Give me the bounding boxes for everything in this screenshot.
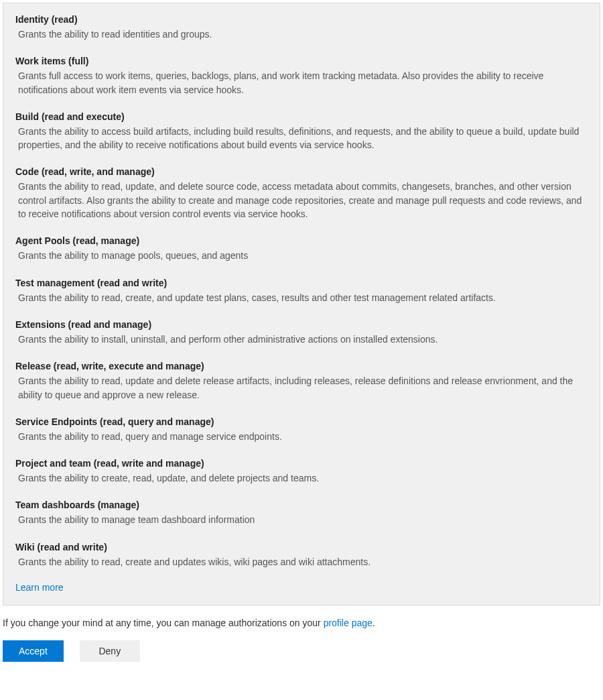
deny-button[interactable]: Deny — [80, 640, 140, 662]
scope-description: Grants the ability to read, create, and … — [15, 291, 588, 304]
scope-title: Test management (read and write) — [15, 278, 588, 288]
scope-description: Grants the ability to read, update and d… — [15, 374, 588, 402]
footer-text-prefix: If you change your mind at any time, you… — [3, 618, 324, 628]
scope-item: Project and team (read, write and manage… — [15, 458, 588, 485]
scope-item: Work items (full)Grants full access to w… — [15, 56, 588, 97]
scope-description: Grants the ability to manage team dashbo… — [15, 513, 588, 526]
scope-description: Grants the ability to create, read, upda… — [15, 471, 588, 485]
scope-item: Service Endpoints (read, query and manag… — [15, 416, 588, 443]
profile-page-link[interactable]: profile page — [324, 618, 373, 628]
footer-note: If you change your mind at any time, you… — [3, 618, 600, 628]
scope-item: Build (read and execute)Grants the abili… — [15, 111, 588, 152]
button-row: Accept Deny — [3, 640, 600, 662]
scope-description: Grants the ability to read identities an… — [15, 27, 588, 41]
scope-title: Build (read and execute) — [15, 111, 588, 122]
scope-item: Team dashboards (manage)Grants the abili… — [15, 500, 588, 526]
learn-more-link[interactable]: Learn more — [15, 582, 64, 593]
footer-text-suffix: . — [373, 618, 375, 628]
scope-title: Agent Pools (read, manage) — [15, 235, 588, 246]
scope-title: Work items (full) — [15, 56, 588, 66]
scope-description: Grants the ability to read, create and u… — [15, 555, 588, 569]
scope-description: Grants the ability to manage pools, queu… — [15, 249, 588, 262]
scope-title: Extensions (read and manage) — [15, 319, 588, 330]
scope-title: Wiki (read and write) — [15, 542, 588, 552]
scope-item: Release (read, write, execute and manage… — [15, 361, 588, 402]
scope-item: Code (read, write, and manage)Grants the… — [15, 166, 588, 221]
scopes-panel: Identity (read)Grants the ability to rea… — [3, 3, 600, 605]
scope-description: Grants the ability to install, uninstall… — [15, 333, 588, 346]
scope-description: Grants the ability to read, query and ma… — [15, 430, 588, 443]
scope-item: Test management (read and write)Grants t… — [15, 278, 588, 304]
scope-item: Agent Pools (read, manage)Grants the abi… — [15, 235, 588, 262]
scope-description: Grants the ability to read, update, and … — [15, 180, 588, 221]
scope-title: Identity (read) — [15, 14, 588, 25]
scope-item: Extensions (read and manage)Grants the a… — [15, 319, 588, 346]
scope-item: Identity (read)Grants the ability to rea… — [15, 14, 588, 41]
scope-title: Code (read, write, and manage) — [15, 166, 588, 177]
scope-description: Grants full access to work items, querie… — [15, 69, 588, 97]
accept-button[interactable]: Accept — [3, 640, 64, 662]
scope-title: Team dashboards (manage) — [15, 500, 588, 510]
scope-description: Grants the ability to access build artif… — [15, 125, 588, 152]
scope-title: Release (read, write, execute and manage… — [15, 361, 588, 371]
scope-title: Service Endpoints (read, query and manag… — [15, 416, 588, 427]
scope-item: Wiki (read and write)Grants the ability … — [15, 542, 588, 569]
scope-title: Project and team (read, write and manage… — [15, 458, 588, 469]
